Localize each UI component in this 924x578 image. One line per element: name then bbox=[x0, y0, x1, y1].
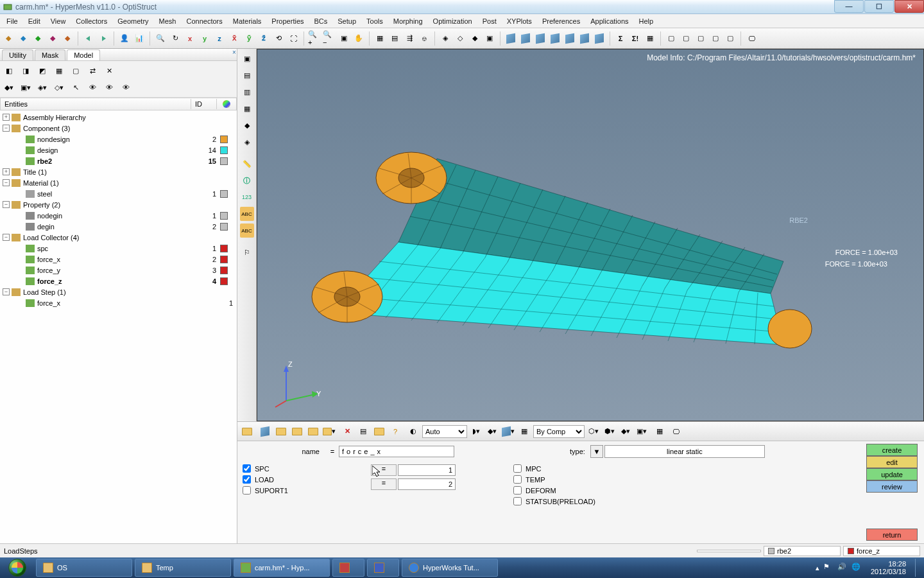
vpt-f3-icon[interactable] bbox=[290, 425, 304, 439]
tree-item[interactable]: rbe2 bbox=[37, 157, 197, 165]
tb-screen-icon[interactable]: 🖵 bbox=[744, 31, 758, 46]
tb-cube6-icon[interactable] bbox=[578, 31, 592, 46]
menu-materials[interactable]: Materials bbox=[228, 15, 267, 27]
tb-win4-icon[interactable]: ▢ bbox=[708, 31, 723, 46]
tray-icon-3[interactable]: 🌐 bbox=[851, 563, 862, 573]
statsub-checkbox[interactable] bbox=[513, 497, 522, 505]
collapse-icon[interactable]: − bbox=[3, 179, 10, 186]
vpt-f4-icon[interactable] bbox=[306, 425, 320, 439]
tb-win1-icon[interactable]: ▢ bbox=[664, 31, 678, 46]
mpc-checkbox[interactable] bbox=[513, 464, 522, 473]
tb-zoom-icon[interactable]: 🔍 bbox=[153, 31, 167, 46]
menu-bcs[interactable]: BCs bbox=[309, 15, 333, 27]
bt-arrow-icon[interactable]: ↖ bbox=[69, 80, 83, 94]
vt-sel5-icon[interactable]: ◆ bbox=[240, 118, 254, 132]
tree-title[interactable]: Title (1) bbox=[23, 168, 237, 176]
load-checkbox[interactable] bbox=[243, 475, 251, 484]
col-color[interactable] bbox=[217, 99, 236, 109]
tray-up-icon[interactable]: ▴ bbox=[816, 564, 819, 572]
vpt-persp-icon[interactable]: ◗▾ bbox=[469, 425, 483, 439]
tb-cube5-icon[interactable] bbox=[563, 31, 577, 46]
swatch-icon[interactable] bbox=[220, 190, 228, 198]
menu-file[interactable]: File bbox=[1, 15, 23, 27]
tb-redo-icon[interactable] bbox=[96, 31, 110, 46]
tb-contour-icon[interactable]: ▤ bbox=[388, 31, 402, 46]
current-loadcol[interactable]: force_z bbox=[843, 546, 920, 556]
swatch-icon[interactable] bbox=[220, 267, 228, 274]
tree-item[interactable]: nondesign bbox=[37, 136, 197, 143]
tb-zoom-in-icon[interactable]: 🔍+ bbox=[307, 31, 321, 46]
bt-rev-icon[interactable]: ⇄ bbox=[85, 64, 99, 78]
vpt-help-icon[interactable]: ? bbox=[388, 425, 402, 439]
tree-assembly[interactable]: Assembly Hierarchy bbox=[23, 114, 237, 121]
current-component[interactable]: rbe2 bbox=[764, 546, 841, 556]
menu-properties[interactable]: Properties bbox=[266, 15, 309, 27]
tray-icon-1[interactable]: ⚑ bbox=[823, 563, 834, 573]
collapse-icon[interactable]: − bbox=[3, 125, 10, 132]
bt-prop-icon[interactable]: ▣▾ bbox=[19, 80, 33, 94]
tab-mask[interactable]: Mask bbox=[35, 49, 65, 60]
tree-loadcol[interactable]: Load Collector (4) bbox=[23, 234, 237, 241]
vpt-cube-icon[interactable] bbox=[258, 425, 272, 439]
menu-tools[interactable]: Tools bbox=[361, 15, 388, 27]
tree-item[interactable]: nodegin bbox=[37, 212, 197, 220]
vt-measure-icon[interactable]: 📏 bbox=[240, 157, 254, 171]
menu-collectors[interactable]: Collectors bbox=[71, 15, 112, 27]
tree-component[interactable]: Component (3) bbox=[23, 125, 237, 132]
task-item-hypermesh[interactable]: carm.hm* - Hyp... bbox=[234, 559, 330, 577]
spc-checkbox[interactable] bbox=[243, 464, 251, 473]
vpt-trans3-icon[interactable]: ◆▾ bbox=[619, 425, 633, 439]
create-button[interactable]: create bbox=[866, 444, 918, 456]
collapse-icon[interactable]: − bbox=[3, 234, 10, 241]
vt-abc1-icon[interactable]: ABC bbox=[240, 207, 254, 221]
auto-dropdown[interactable]: Auto bbox=[422, 425, 467, 438]
type-dropdown-button[interactable]: ▼ bbox=[590, 445, 603, 458]
tb-win2-icon[interactable]: ▢ bbox=[679, 31, 693, 46]
tree-material[interactable]: Material (1) bbox=[23, 179, 237, 187]
tb-cube7-icon[interactable] bbox=[592, 31, 606, 46]
vt-sel4-icon[interactable]: ▦ bbox=[240, 101, 254, 116]
vt-sel2-icon[interactable]: ▤ bbox=[240, 68, 254, 82]
tb-zoom-box-icon[interactable]: ▣ bbox=[337, 31, 351, 46]
col-entities[interactable]: Entities bbox=[1, 99, 191, 109]
tb-pan-icon[interactable]: ✋ bbox=[352, 31, 366, 46]
tb-calc-icon[interactable]: ▦ bbox=[643, 31, 657, 46]
tab-utility[interactable]: Utility bbox=[2, 49, 33, 60]
swatch-icon[interactable] bbox=[220, 212, 228, 220]
menu-geometry[interactable]: Geometry bbox=[112, 15, 153, 27]
suport1-checkbox[interactable] bbox=[243, 486, 251, 495]
vpt-open-icon[interactable] bbox=[240, 425, 254, 439]
tree-item[interactable]: steel bbox=[37, 190, 197, 198]
tb-deform-icon[interactable]: ⎊ bbox=[417, 31, 431, 46]
bt-lc-icon[interactable]: ◇▾ bbox=[52, 80, 66, 94]
tree-property[interactable]: Property (2) bbox=[23, 201, 237, 209]
update-button[interactable]: update bbox=[866, 468, 918, 480]
bt-all-icon[interactable]: ▦ bbox=[52, 64, 66, 78]
swatch-icon[interactable] bbox=[220, 245, 228, 252]
tb-undo-icon[interactable] bbox=[81, 31, 96, 46]
vpt-trans2-icon[interactable]: ⬢▾ bbox=[603, 425, 617, 439]
menu-edit[interactable]: Edit bbox=[23, 15, 46, 27]
tb-sigma1-icon[interactable]: Σ bbox=[613, 31, 628, 46]
vpt-f2-icon[interactable] bbox=[274, 425, 288, 439]
menu-view[interactable]: View bbox=[46, 15, 71, 27]
tb-colorbar-icon[interactable]: ▦ bbox=[373, 31, 387, 46]
menu-mesh[interactable]: Mesh bbox=[154, 15, 182, 27]
menu-connectors[interactable]: Connectors bbox=[181, 15, 227, 27]
menu-setup[interactable]: Setup bbox=[332, 15, 361, 27]
vpt-del-icon[interactable]: ✕ bbox=[340, 425, 354, 439]
menu-preferences[interactable]: Preferences bbox=[537, 15, 585, 27]
menu-applications[interactable]: Applications bbox=[585, 15, 633, 27]
tb-axis-yneg-icon[interactable]: x̄ bbox=[227, 31, 241, 46]
vt-sel1-icon[interactable]: ▣ bbox=[240, 51, 254, 66]
minimize-button[interactable]: — bbox=[834, 0, 864, 13]
tb-chart-icon[interactable]: 📊 bbox=[132, 31, 146, 46]
tab-model[interactable]: Model bbox=[67, 49, 100, 60]
vt-info-icon[interactable]: ⓘ bbox=[240, 173, 254, 188]
name-input[interactable] bbox=[339, 446, 454, 457]
tb-save-icon[interactable]: ◆ bbox=[31, 31, 45, 46]
tree-item[interactable]: force_x bbox=[37, 256, 197, 263]
swatch-icon[interactable] bbox=[220, 146, 228, 154]
vt-123-icon[interactable]: 123 bbox=[240, 190, 254, 204]
expand-icon[interactable]: + bbox=[3, 168, 10, 175]
